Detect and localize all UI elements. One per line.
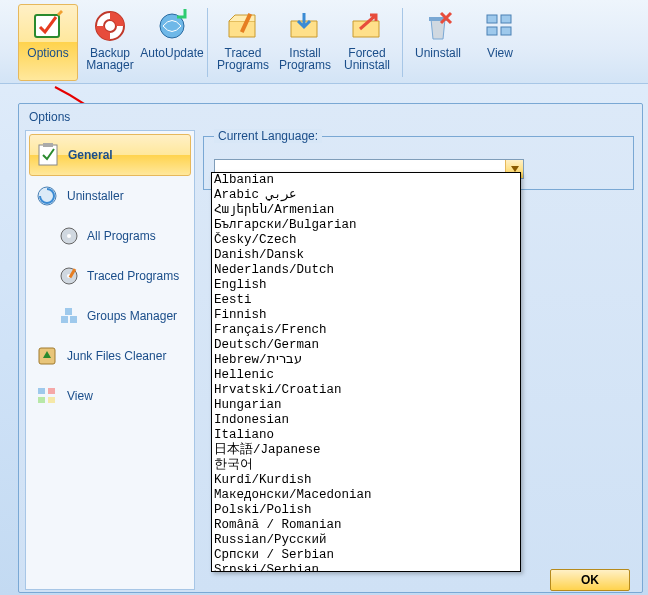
language-option[interactable]: Italiano bbox=[212, 428, 520, 443]
options-label: Options bbox=[27, 47, 68, 59]
svg-rect-9 bbox=[501, 27, 511, 35]
svg-rect-19 bbox=[70, 316, 77, 323]
forced-uninstall-button[interactable]: Forced Uninstall bbox=[337, 4, 397, 81]
language-option[interactable]: Hrvatski/Croatian bbox=[212, 383, 520, 398]
autoupdate-label: AutoUpdate bbox=[140, 47, 203, 59]
svg-rect-23 bbox=[48, 388, 55, 394]
nav-junk-label: Junk Files Cleaner bbox=[67, 349, 166, 363]
nav-uninstaller[interactable]: Uninstaller bbox=[29, 176, 191, 216]
language-option[interactable]: Russian/Русский bbox=[212, 533, 520, 548]
globe-arrow-icon bbox=[155, 9, 189, 43]
install-programs-button[interactable]: Install Programs bbox=[275, 4, 335, 81]
options-window-title: Options bbox=[19, 104, 642, 130]
language-option[interactable]: Hungarian bbox=[212, 398, 520, 413]
language-option[interactable]: English bbox=[212, 278, 520, 293]
language-option[interactable]: Nederlands/Dutch bbox=[212, 263, 520, 278]
groups-icon bbox=[59, 304, 79, 328]
nav-view[interactable]: View bbox=[29, 376, 191, 416]
language-option[interactable]: Srpski/Serbian bbox=[212, 563, 520, 572]
language-option[interactable]: 한국어 bbox=[212, 458, 520, 473]
language-option[interactable]: Finnish bbox=[212, 308, 520, 323]
language-option[interactable]: Česky/Czech bbox=[212, 233, 520, 248]
autoupdate-button[interactable]: AutoUpdate bbox=[142, 4, 202, 81]
uninstall-label: Uninstall bbox=[415, 47, 461, 59]
language-option[interactable]: Kurdî/Kurdish bbox=[212, 473, 520, 488]
nav-traced-programs[interactable]: Traced Programs bbox=[29, 256, 191, 296]
view-button[interactable]: View bbox=[470, 4, 530, 81]
nav-groups-manager[interactable]: Groups Manager bbox=[29, 296, 191, 336]
ok-label: OK bbox=[581, 573, 599, 587]
svg-rect-18 bbox=[61, 316, 68, 323]
svg-rect-25 bbox=[48, 397, 55, 403]
trash-x-icon bbox=[421, 9, 455, 43]
language-listbox[interactable]: AlbanianArabic عربيՀայերեն/ArmenianБълга… bbox=[211, 172, 521, 572]
language-option[interactable]: Հայերեն/Armenian bbox=[212, 203, 520, 218]
nav-traced-label: Traced Programs bbox=[87, 269, 179, 283]
view-label: View bbox=[487, 47, 513, 59]
separator bbox=[207, 8, 208, 77]
traced-programs-button[interactable]: Traced Programs bbox=[213, 4, 273, 81]
svg-rect-22 bbox=[38, 388, 45, 394]
backup-label: Backup Manager bbox=[83, 47, 137, 71]
options-nav: General Uninstaller All Programs Traced … bbox=[25, 130, 195, 590]
language-option[interactable]: Arabic عربي bbox=[212, 188, 520, 203]
svg-rect-20 bbox=[65, 308, 72, 315]
language-option[interactable]: Français/French bbox=[212, 323, 520, 338]
nav-all-programs[interactable]: All Programs bbox=[29, 216, 191, 256]
ribbon-toolbar: Options Backup Manager AutoUpdate bbox=[0, 0, 648, 84]
view-icon bbox=[35, 384, 59, 408]
disc-pencil-icon bbox=[59, 264, 79, 288]
language-option[interactable]: Eesti bbox=[212, 293, 520, 308]
language-option[interactable]: Română / Romanian bbox=[212, 518, 520, 533]
backup-manager-button[interactable]: Backup Manager bbox=[80, 4, 140, 81]
nav-view-label: View bbox=[67, 389, 93, 403]
svg-rect-10 bbox=[39, 145, 57, 165]
language-option[interactable]: Polski/Polish bbox=[212, 503, 520, 518]
separator bbox=[402, 8, 403, 77]
uninstall-button[interactable]: Uninstall bbox=[408, 4, 468, 81]
language-option[interactable]: Hebrew/עברית bbox=[212, 353, 520, 368]
install-label: Install Programs bbox=[278, 47, 332, 71]
view-grid-icon bbox=[483, 9, 517, 43]
disc-icon bbox=[59, 224, 79, 248]
svg-point-14 bbox=[67, 234, 71, 238]
language-option[interactable]: Српски / Serbian bbox=[212, 548, 520, 563]
svg-rect-24 bbox=[38, 397, 45, 403]
forced-label: Forced Uninstall bbox=[340, 47, 394, 71]
nav-groups-label: Groups Manager bbox=[87, 309, 177, 323]
options-window: Options General Uninstaller All Programs bbox=[18, 103, 643, 593]
nav-general-label: General bbox=[68, 148, 113, 162]
language-option[interactable]: Hellenic bbox=[212, 368, 520, 383]
nav-uninstaller-label: Uninstaller bbox=[67, 189, 124, 203]
language-option[interactable]: Indonesian bbox=[212, 413, 520, 428]
svg-rect-6 bbox=[487, 15, 497, 23]
uninstaller-icon bbox=[35, 184, 59, 208]
lifebuoy-icon bbox=[93, 9, 127, 43]
folder-pencil-icon bbox=[226, 9, 260, 43]
language-option[interactable]: Danish/Dansk bbox=[212, 248, 520, 263]
language-option[interactable]: Македонски/Macedonian bbox=[212, 488, 520, 503]
svg-point-2 bbox=[104, 20, 116, 32]
clipboard-check-icon bbox=[36, 143, 60, 167]
language-option[interactable]: Български/Bulgarian bbox=[212, 218, 520, 233]
svg-rect-8 bbox=[487, 27, 497, 35]
options-button[interactable]: Options bbox=[18, 4, 78, 81]
language-option[interactable]: Deutsch/German bbox=[212, 338, 520, 353]
options-icon bbox=[31, 9, 65, 43]
svg-rect-11 bbox=[43, 143, 53, 147]
options-body: General Uninstaller All Programs Traced … bbox=[19, 130, 642, 590]
language-option[interactable]: 日本語/Japanese bbox=[212, 443, 520, 458]
nav-all-label: All Programs bbox=[87, 229, 156, 243]
traced-label: Traced Programs bbox=[216, 47, 270, 71]
nav-general[interactable]: General bbox=[29, 134, 191, 176]
language-option[interactable]: Albanian bbox=[212, 173, 520, 188]
folder-down-icon bbox=[288, 9, 322, 43]
ok-button[interactable]: OK bbox=[550, 569, 630, 591]
folder-arrow-icon bbox=[350, 9, 384, 43]
language-group-label: Current Language: bbox=[214, 129, 322, 143]
svg-rect-7 bbox=[501, 15, 511, 23]
options-panel: Current Language: AlbanianArabic عربيՀայ… bbox=[201, 130, 636, 590]
nav-junk-cleaner[interactable]: Junk Files Cleaner bbox=[29, 336, 191, 376]
recycle-bin-icon bbox=[35, 344, 59, 368]
